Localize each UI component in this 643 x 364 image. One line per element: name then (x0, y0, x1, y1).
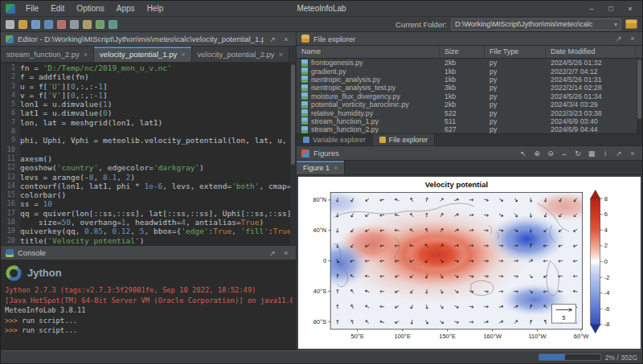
close-icon[interactable]: × (84, 51, 88, 59)
code-area[interactable]: 1fn = 'D:/Temp/nc/2019_mon_u_v.nc'2f = a… (1, 63, 290, 245)
float-panel-icon[interactable]: ↗ (614, 149, 624, 157)
new-script-icon[interactable] (6, 20, 14, 29)
explorer-tab-file-explorer[interactable]: File explorer (373, 134, 435, 145)
python-file-icon (301, 117, 308, 125)
table-row[interactable]: isentropic_analysis.py1kbpy2024/5/26 01:… (297, 76, 636, 84)
current-folder-group: Current Folder: D:\Working\MIScript\Jyth… (395, 18, 637, 31)
undo-icon[interactable] (96, 20, 104, 29)
table-row[interactable]: potential_vorticity_baroclinic.py2kbpy20… (297, 100, 636, 108)
close-panel-icon[interactable]: × (628, 35, 637, 43)
browse-folder-button[interactable] (625, 19, 637, 29)
scrollbar-thumb[interactable] (637, 59, 641, 119)
code-line: 9phi, Uphi, Vphi = meteolib.velocity_pot… (1, 136, 290, 145)
open-file-icon[interactable] (18, 20, 27, 29)
scrollbar-thumb[interactable] (291, 64, 295, 165)
console-body[interactable]: Jython Jython 2.7.3 (tags:v2.7.3:5f29801… (1, 260, 296, 350)
close-icon[interactable]: × (334, 164, 338, 172)
table-row[interactable]: moisture_flux_divergency.py1kbpy2024/5/2… (297, 92, 636, 100)
code-text: axesm() (20, 154, 52, 163)
minimize-button[interactable]: – (583, 2, 600, 14)
current-folder-value: D:\Working\MIScript\Jython\mis\meteo\cal… (455, 20, 612, 28)
save-all-icon[interactable] (44, 20, 53, 29)
file-name-cell: isentropic_analysis.py (297, 76, 440, 84)
close-panel-icon[interactable]: × (628, 149, 637, 157)
code-text: size=50, overhang=1, headwidth=4, antial… (20, 218, 264, 227)
toolbar-icons (6, 20, 117, 29)
float-panel-icon[interactable]: ↗ (614, 35, 624, 43)
column-header-date-modified[interactable]: Date Modified (546, 46, 636, 58)
code-line: 20title('Velocity potential') (1, 236, 290, 245)
table-row[interactable]: isentropic_analysis_test.py3kbpy2022/2/1… (297, 84, 636, 92)
redo-icon[interactable] (109, 20, 117, 29)
zoom-out-icon[interactable]: ⊖ (546, 149, 555, 157)
menu-file[interactable]: File (20, 2, 44, 14)
python-file-icon (301, 67, 308, 75)
editor-tab-velocity-potential-2-py[interactable]: velocity_potential_2.py× (192, 47, 289, 62)
figure-tab[interactable]: Figure 1 × (297, 161, 345, 174)
file-cell: py (485, 109, 546, 117)
line-number: 9 (1, 136, 20, 145)
explorer-tab-variable-explorer[interactable]: Variable explorer (297, 134, 373, 145)
rotate-icon[interactable]: ↻ (573, 149, 583, 157)
line-number: 7 (1, 118, 20, 127)
maximize-button[interactable]: □ (602, 2, 620, 14)
file-cell: 2kb (440, 59, 485, 67)
file-cell: 2024/5/26 01:31 (546, 76, 636, 84)
editor-tab-stream-function-2-py[interactable]: stream_function_2.py× (1, 47, 94, 62)
close-icon[interactable]: × (279, 51, 283, 59)
float-panel-icon[interactable]: ↗ (268, 35, 277, 43)
plot-area: Velocity potential (297, 175, 642, 350)
save-icon[interactable] (31, 20, 40, 29)
column-header-file-type[interactable]: File Type (485, 46, 546, 58)
current-folder-combobox[interactable]: D:\Working\MIScript\Jython\mis\meteo\cal… (451, 18, 621, 31)
column-header-name[interactable]: Name (297, 46, 440, 58)
editor-tab-velocity-potential-1-py[interactable]: velocity_potential_1.py× (94, 47, 191, 62)
grid-icon[interactable]: ▦ (587, 149, 596, 157)
file-table-scrollbar[interactable] (637, 59, 642, 133)
title-bar: FileEditOptionsAppsHelp MeteoInfoLab –□× (1, 1, 642, 17)
console-line: Jython 2.7.3 (tags:v2.7.3:5f29801fe, Sep… (5, 285, 293, 296)
editor-panel: Editor - D:\Working\MIScript\Jython\mis\… (1, 32, 296, 246)
table-row[interactable]: relative_humidity.py522py2022/3/23 03:38 (297, 108, 636, 117)
editor-icon (6, 35, 14, 43)
line-number: 2 (1, 72, 20, 81)
code-text: lon, lat = meshgrid(lon1, lat1) (20, 118, 162, 127)
table-row[interactable]: gradient.py1kbpy2022/2/7 04:12 (297, 67, 636, 75)
table-row[interactable]: stream_function_2.py627py2024/6/9 04:44 (297, 125, 636, 133)
cut-icon[interactable] (57, 20, 66, 29)
menu-help[interactable]: Help (141, 2, 170, 14)
close-panel-icon[interactable]: × (281, 35, 291, 43)
file-name-cell: gradient.py (297, 67, 440, 76)
menu-apps[interactable]: Apps (111, 2, 141, 14)
progress-fill (539, 354, 565, 360)
select-arrow-icon[interactable]: ↖ (518, 149, 528, 157)
paste-icon[interactable] (83, 20, 92, 29)
copy-icon[interactable] (70, 20, 79, 29)
code-editor[interactable]: 1fn = 'D:/Temp/nc/2019_mon_u_v.nc'2f = a… (1, 63, 296, 245)
figure-tab-label: Figure 1 (303, 164, 330, 172)
x-tick-label: 60°W (574, 333, 589, 341)
velocity-potential-plot[interactable]: Velocity potential (298, 177, 641, 349)
float-panel-icon[interactable]: ↗ (268, 249, 277, 257)
file-name-cell: relative_humidity.py (297, 109, 440, 117)
menu-edit[interactable]: Edit (45, 2, 70, 14)
table-row[interactable]: frontogenesis.py2kbpy2024/5/26 01:32 (297, 59, 636, 67)
menu-options[interactable]: Options (71, 2, 109, 14)
pan-icon[interactable]: ↔ (559, 149, 569, 157)
column-header-size[interactable]: Size (440, 46, 485, 58)
close-panel-icon[interactable]: × (281, 249, 291, 257)
figures-panel: Figures ↖⊕⊖↔↻▦i ↗ × Figure 1 × (297, 146, 642, 350)
jython-logo-text: Jython (27, 268, 62, 279)
right-column: File explorer ↗ × NameSizeFile TypeDate … (297, 32, 642, 350)
zoom-in-icon[interactable]: ⊕ (532, 149, 542, 157)
close-button[interactable]: × (621, 2, 639, 14)
line-number: 14 (1, 182, 20, 190)
code-line: 16ss = 10 (1, 199, 290, 208)
code-line: 11axesm() (1, 154, 290, 163)
close-icon[interactable]: × (181, 51, 185, 59)
editor-scrollbar[interactable] (290, 63, 296, 245)
editor-tabbar: stream_function_2.py×velocity_potential_… (1, 47, 296, 63)
console-output: Jython 2.7.3 (tags:v2.7.3:5f29801fe, Sep… (5, 285, 293, 336)
info-icon[interactable]: i (600, 149, 610, 157)
table-row[interactable]: stream_function_1.py511py2024/6/9 03:40 (297, 117, 636, 125)
